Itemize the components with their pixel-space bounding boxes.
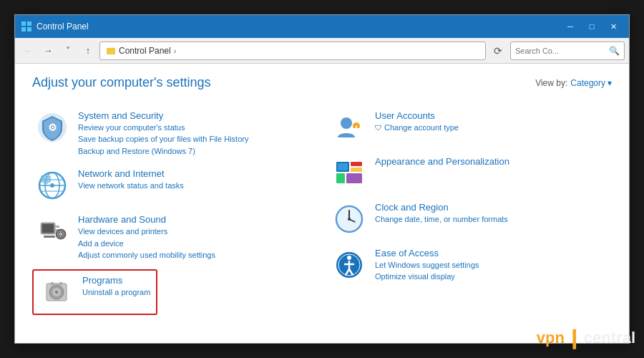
svg-rect-2: [21, 27, 26, 32]
right-column: User Accounts 🛡 Change account type: [329, 105, 612, 318]
system-security-links: Review your computer's status Save backu…: [78, 122, 312, 157]
svg-rect-35: [336, 173, 345, 183]
category-programs-wrapper: Programs Uninstall a program: [32, 266, 315, 318]
link-date-time[interactable]: Change date, time, or number formats: [375, 214, 609, 225]
view-by-dropdown[interactable]: Category ▾: [570, 78, 612, 88]
left-column: ⚙ System and Security Review your comput…: [32, 105, 315, 318]
svg-rect-34: [351, 168, 362, 172]
search-box[interactable]: 🔍: [510, 42, 625, 60]
link-devices-printers[interactable]: View devices and printers: [78, 226, 312, 237]
svg-rect-1: [27, 21, 31, 26]
minimize-button[interactable]: ─: [560, 19, 580, 34]
category-clock-region[interactable]: Clock and Region Change date, time, or n…: [329, 196, 612, 242]
network-internet-info: Network and Internet View network status…: [78, 168, 312, 191]
up-button[interactable]: ↑: [79, 42, 97, 59]
link-backup-restore[interactable]: Backup and Restore (Windows 7): [78, 146, 312, 157]
hardware-sound-links: View devices and printers Add a device A…: [78, 226, 312, 261]
link-add-device[interactable]: Add a device: [78, 238, 312, 249]
maximize-button[interactable]: □: [582, 19, 602, 34]
svg-rect-37: [338, 163, 348, 170]
system-security-title[interactable]: System and Security: [78, 110, 312, 121]
category-programs-highlight[interactable]: Programs Uninstall a program: [32, 269, 157, 315]
address-field[interactable]: Control Panel ›: [99, 42, 486, 60]
page-title: Adjust your computer's settings: [32, 75, 211, 90]
view-by-control: View by: Category ▾: [535, 78, 612, 88]
category-network-internet[interactable]: Network and Internet View network status…: [32, 163, 315, 208]
programs-links: Uninstall a program: [82, 287, 150, 298]
address-text: Control Panel: [119, 46, 171, 56]
user-accounts-icon: [332, 110, 366, 145]
svg-point-27: [55, 291, 58, 294]
svg-rect-36: [346, 173, 362, 183]
svg-rect-18: [55, 226, 59, 228]
link-backup-files[interactable]: Save backup copies of your files with Fi…: [78, 134, 312, 145]
user-accounts-title[interactable]: User Accounts: [375, 110, 609, 121]
refresh-button[interactable]: ⟳: [489, 42, 507, 60]
link-review-status[interactable]: Review your computer's status: [78, 122, 312, 133]
clock-region-info: Clock and Region Change date, time, or n…: [375, 202, 609, 225]
forward-button[interactable]: →: [39, 42, 57, 59]
user-accounts-info: User Accounts 🛡 Change account type: [375, 110, 609, 133]
link-uninstall[interactable]: Uninstall a program: [82, 287, 150, 298]
category-system-security[interactable]: ⚙ System and Security Review your comput…: [32, 105, 315, 163]
clock-region-icon: [332, 202, 366, 236]
link-change-account[interactable]: Change account type: [384, 122, 459, 133]
window-title: Control Panel: [36, 21, 560, 32]
appearance-info: Appearance and Personalization: [375, 156, 609, 168]
svg-rect-23: [44, 236, 55, 238]
svg-point-13: [50, 183, 54, 188]
watermark-central: central: [584, 329, 635, 347]
content-area: Adjust your computer's settings View by:…: [15, 64, 629, 343]
link-network-status[interactable]: View network status and tasks: [78, 180, 312, 191]
network-internet-icon: [35, 168, 69, 203]
watermark: vpn ❙ central: [537, 326, 635, 349]
programs-icon: [39, 275, 74, 309]
view-by-label: View by:: [535, 78, 567, 88]
ease-access-info: Ease of Access Let Windows suggest setti…: [375, 248, 609, 283]
category-hardware-sound[interactable]: Hardware and Sound View devices and prin…: [32, 208, 315, 266]
programs-title[interactable]: Programs: [82, 275, 150, 286]
link-optimize-display[interactable]: Optimize visual display: [375, 271, 609, 282]
watermark-bar: ❙: [566, 326, 582, 349]
view-by-value-text: Category: [570, 78, 605, 88]
network-internet-links: View network status and tasks: [78, 180, 312, 191]
svg-rect-15: [44, 183, 48, 184]
svg-rect-33: [351, 162, 362, 166]
view-by-chevron: ▾: [608, 78, 612, 88]
control-panel-window: Control Panel ─ □ ✕ ← → ˅ ↑ Control Pane…: [14, 14, 630, 344]
dropdown-button[interactable]: ˅: [59, 42, 77, 59]
svg-point-45: [347, 256, 351, 260]
back-button[interactable]: ←: [19, 42, 36, 59]
page-header: Adjust your computer's settings View by:…: [32, 75, 612, 90]
category-appearance[interactable]: Appearance and Personalization: [329, 150, 612, 196]
svg-point-22: [60, 233, 62, 235]
svg-rect-17: [42, 224, 54, 233]
address-separator: ›: [174, 47, 177, 55]
address-bar: ← → ˅ ↑ Control Panel › ⟳ 🔍: [15, 38, 629, 64]
link-mobility-settings[interactable]: Adjust commonly used mobility settings: [78, 250, 312, 261]
svg-point-30: [341, 117, 352, 129]
system-security-info: System and Security Review your computer…: [78, 110, 312, 157]
svg-rect-28: [51, 282, 54, 285]
appearance-title[interactable]: Appearance and Personalization: [375, 156, 609, 167]
hardware-sound-title[interactable]: Hardware and Sound: [78, 214, 312, 225]
clock-region-title[interactable]: Clock and Region: [375, 202, 609, 213]
appearance-icon: [332, 156, 366, 190]
network-internet-title[interactable]: Network and Internet: [78, 168, 312, 179]
hardware-sound-info: Hardware and Sound View devices and prin…: [78, 214, 312, 261]
category-ease-access[interactable]: Ease of Access Let Windows suggest setti…: [329, 242, 612, 289]
user-accounts-links: 🛡 Change account type: [375, 122, 609, 133]
svg-rect-0: [21, 21, 26, 26]
programs-info: Programs Uninstall a program: [82, 275, 150, 298]
categories-grid: ⚙ System and Security Review your comput…: [32, 105, 612, 318]
link-windows-suggest[interactable]: Let Windows suggest settings: [375, 260, 609, 271]
category-user-accounts[interactable]: User Accounts 🛡 Change account type: [329, 105, 612, 150]
folder-icon: [106, 46, 116, 56]
title-bar: Control Panel ─ □ ✕: [15, 15, 629, 38]
search-icon: 🔍: [609, 46, 620, 56]
ease-access-title[interactable]: Ease of Access: [375, 248, 609, 258]
svg-rect-3: [27, 27, 31, 32]
search-input[interactable]: [515, 47, 606, 55]
close-button[interactable]: ✕: [603, 19, 623, 34]
svg-rect-5: [107, 49, 115, 54]
